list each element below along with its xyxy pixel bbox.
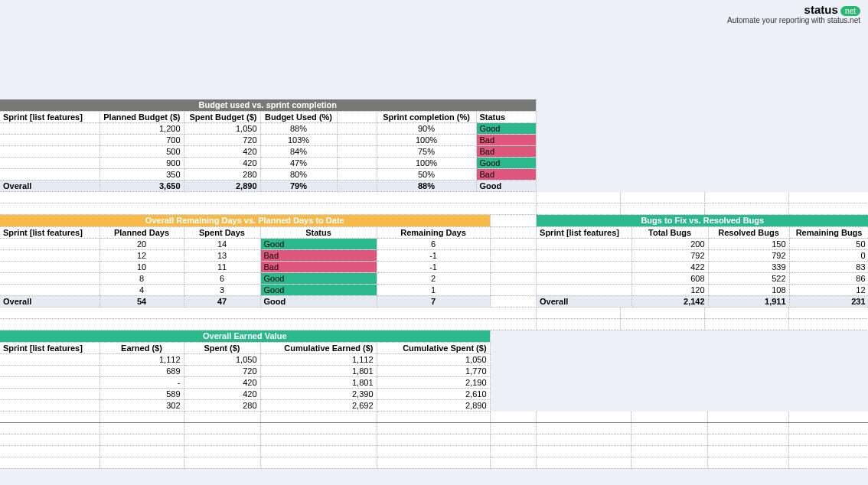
budget-overall-status: Good <box>476 180 536 191</box>
earned-col-0: Sprint [list features] <box>0 342 100 353</box>
days-col-1: Planned Days <box>100 226 184 238</box>
status-badge: Bad <box>476 134 536 145</box>
table-row: 35028080%50%Bad <box>0 168 536 180</box>
earned-title: Overall Earned Value <box>0 330 490 342</box>
table-row: 6897201,8011,770 <box>0 365 490 376</box>
brand-name: status <box>804 3 838 16</box>
status-badge: Good <box>260 238 377 249</box>
days-table: Overall Remaining Days vs. Planned Days … <box>0 215 491 308</box>
brand-badge: net <box>840 6 860 16</box>
table-row: 43Good1 <box>0 284 490 295</box>
earned-col-4: Cumulative Spent ($) <box>377 342 490 353</box>
budget-col-2: Spent Budget ($) <box>184 111 260 122</box>
table-row: 2014Good6 <box>0 238 490 249</box>
budget-table: Budget used vs. sprint completion Sprint… <box>0 99 537 192</box>
status-badge: Good <box>260 284 377 295</box>
status-badge: Good <box>476 157 536 168</box>
table-row: 60852286 <box>537 272 868 284</box>
table-row: 42233983 <box>537 261 868 272</box>
bugs-col-0: Sprint [list features] <box>537 226 631 238</box>
days-col-4: Remaining Days <box>377 226 490 238</box>
table-row: 700720103%100%Bad <box>0 134 536 145</box>
earned-col-2: Spent ($) <box>184 342 260 353</box>
brand-tagline: Automate your reporting with status.net <box>727 16 860 24</box>
days-col-2: Spent Days <box>184 226 260 238</box>
budget-col-0: Sprint [list features] <box>0 111 100 122</box>
days-overall-status: Good <box>260 295 377 307</box>
status-badge: Bad <box>260 261 377 272</box>
bugs-col-1: Total Bugs <box>631 226 708 238</box>
table-row: 1213Bad-1 <box>0 249 490 261</box>
brand-block: status net Automate your reporting with … <box>727 3 860 24</box>
budget-col-1: Planned Budget ($) <box>100 111 184 122</box>
days-title: Overall Remaining Days vs. Planned Days … <box>0 215 490 226</box>
spreadsheet-page: status net Automate your reporting with … <box>0 0 868 485</box>
budget-col-5: Status <box>476 111 536 122</box>
table-row: 12010812 <box>537 284 868 295</box>
status-badge: Good <box>260 272 377 284</box>
earned-col-3: Cumulative Earned ($) <box>260 342 377 353</box>
status-badge: Bad <box>476 145 536 157</box>
budget-overall-row: Overall 3,650 2,890 79% 88% Good <box>0 180 536 191</box>
bugs-col-2: Resolved Bugs <box>708 226 789 238</box>
days-col-3: Status <box>260 226 377 238</box>
budget-col-4: Sprint completion (%) <box>377 111 476 122</box>
status-badge: Bad <box>476 168 536 180</box>
days-col-0: Sprint [list features] <box>0 226 100 238</box>
table-row: 1,1121,0501,1121,050 <box>0 353 490 365</box>
table-row: 7927920 <box>537 249 868 261</box>
table-row: 20015050 <box>537 238 868 249</box>
table-row: 50042084%75%Bad <box>0 145 536 157</box>
table-row: 1,2001,05088%90%Good <box>0 122 536 134</box>
table-row: 3022802,6922,890 <box>0 399 490 411</box>
budget-overall-label: Overall <box>0 180 100 191</box>
table-row: -4201,8012,190 <box>0 376 490 388</box>
bugs-table: Bugs to Fix vs. Resolved Bugs Sprint [li… <box>537 215 868 308</box>
status-badge: Good <box>476 122 536 134</box>
table-row: 90042047%100%Good <box>0 157 536 168</box>
days-overall-row: Overall 54 47 Good 7 <box>0 295 490 307</box>
table-row: 5894202,3902,610 <box>0 388 490 399</box>
earned-col-1: Earned ($) <box>100 342 184 353</box>
bugs-col-3: Remaining Bugs <box>789 226 868 238</box>
bugs-title: Bugs to Fix vs. Resolved Bugs <box>537 215 868 226</box>
budget-col-3: Budget Used (%) <box>260 111 337 122</box>
earned-table: Overall Earned Value Sprint [list featur… <box>0 330 491 412</box>
table-row: 86Good2 <box>0 272 490 284</box>
table-row: 1011Bad-1 <box>0 261 490 272</box>
bugs-overall-row: Overall 2,142 1,911 231 <box>537 295 868 307</box>
budget-title: Budget used vs. sprint completion <box>0 99 536 111</box>
status-badge: Bad <box>260 249 377 261</box>
